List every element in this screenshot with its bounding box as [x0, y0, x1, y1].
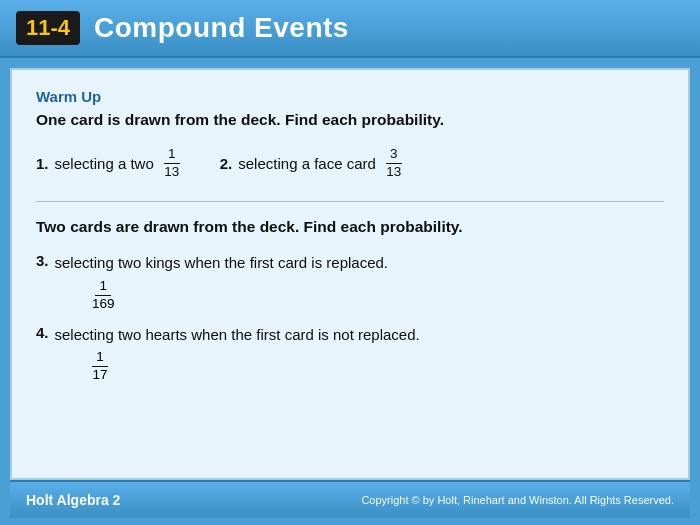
p4-numerator: 1 — [92, 350, 108, 367]
problem-3-num: 3. — [36, 252, 49, 269]
problem-4-fraction: 1 17 — [92, 350, 108, 383]
lesson-badge: 11-4 — [16, 11, 80, 45]
header-title: Compound Events — [94, 12, 349, 44]
problem-2: 2. selecting a face card 3 13 — [220, 147, 402, 180]
instruction-1: One card is drawn from the deck. Find ea… — [36, 109, 664, 131]
problem-4-text: selecting two hearts when the first card… — [55, 324, 420, 346]
p2-denominator: 13 — [386, 164, 402, 180]
problem-4-answer: 1 17 — [88, 347, 664, 383]
problem-4-line: 4. selecting two hearts when the first c… — [36, 324, 664, 346]
footer-copyright: Copyright © by Holt, Rinehart and Winsto… — [361, 494, 674, 506]
problem-3-text: selecting two kings when the first card … — [55, 252, 389, 274]
problem-2-fraction: 3 13 — [386, 147, 402, 180]
problem-3-block: 3. selecting two kings when the first ca… — [36, 252, 664, 311]
problem-4-num: 4. — [36, 324, 49, 341]
problem-1: 1. selecting a two 1 13 — [36, 147, 180, 180]
problem-3-line: 3. selecting two kings when the first ca… — [36, 252, 664, 274]
problem-2-text: selecting a face card — [238, 155, 376, 172]
problem-3-answer: 1 169 — [88, 276, 664, 312]
problem-4-block: 4. selecting two hearts when the first c… — [36, 324, 664, 383]
problem-1-num: 1. — [36, 155, 49, 172]
p4-denominator: 17 — [92, 367, 108, 383]
problem-3-fraction: 1 169 — [92, 279, 115, 312]
problem-1-text: selecting a two — [55, 155, 154, 172]
p3-numerator: 1 — [95, 279, 111, 296]
problem-1-fraction: 1 13 — [164, 147, 180, 180]
section-divider — [36, 201, 664, 202]
warm-up-label: Warm Up — [36, 88, 664, 105]
footer-brand: Holt Algebra 2 — [26, 492, 120, 508]
main-content: Warm Up One card is drawn from the deck.… — [10, 68, 690, 480]
problems-row-1: 1. selecting a two 1 13 2. selecting a f… — [36, 147, 664, 180]
badge-text: 11-4 — [26, 15, 70, 40]
header: 11-4 Compound Events — [0, 0, 700, 58]
footer: Holt Algebra 2 Copyright © by Holt, Rine… — [10, 480, 690, 518]
p3-denominator: 169 — [92, 296, 115, 312]
instruction-2: Two cards are drawn from the deck. Find … — [36, 216, 664, 238]
problem-2-num: 2. — [220, 155, 233, 172]
p1-denominator: 13 — [164, 164, 180, 180]
p2-numerator: 3 — [386, 147, 402, 164]
p1-numerator: 1 — [164, 147, 180, 164]
